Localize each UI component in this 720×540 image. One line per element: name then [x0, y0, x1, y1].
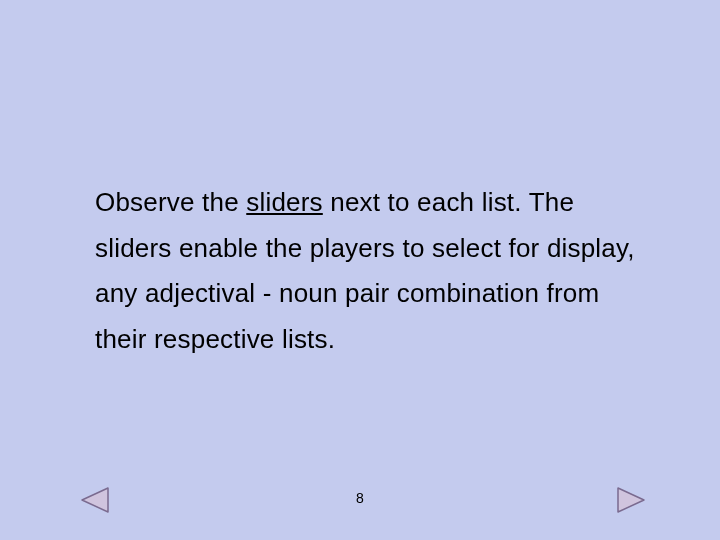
- next-slide-button[interactable]: [614, 486, 648, 514]
- triangle-left-icon: [78, 486, 112, 514]
- body-underlined: sliders: [246, 187, 323, 217]
- prev-slide-button[interactable]: [78, 486, 112, 514]
- body-text: Observe the sliders next to each list. T…: [95, 180, 635, 362]
- body-pre: Observe the: [95, 187, 246, 217]
- svg-marker-1: [618, 488, 644, 512]
- svg-marker-0: [82, 488, 108, 512]
- triangle-right-icon: [614, 486, 648, 514]
